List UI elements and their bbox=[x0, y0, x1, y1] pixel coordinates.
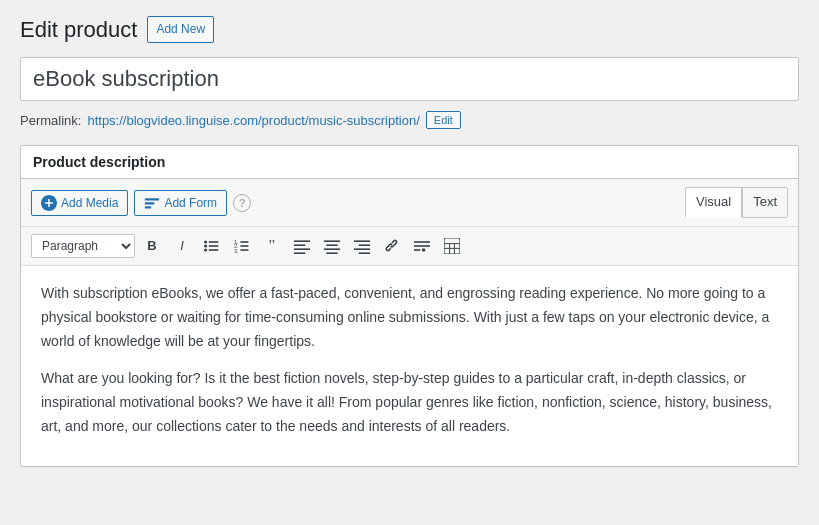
editor-content[interactable]: With subscription eBooks, we offer a fas… bbox=[21, 266, 798, 466]
product-description-metabox: Product description Add Media Add Fo bbox=[20, 145, 799, 467]
svg-rect-22 bbox=[326, 252, 337, 254]
permalink-label: Permalink: bbox=[20, 113, 81, 128]
visual-tab[interactable]: Visual bbox=[685, 187, 742, 218]
svg-rect-16 bbox=[294, 244, 305, 246]
help-icon[interactable]: ? bbox=[233, 194, 251, 212]
align-left-icon bbox=[294, 238, 310, 254]
svg-rect-21 bbox=[324, 248, 340, 250]
table-icon bbox=[444, 238, 460, 254]
format-select[interactable]: Paragraph Heading 1 Heading 2 Heading 3 … bbox=[31, 234, 135, 258]
align-right-button[interactable] bbox=[349, 233, 375, 259]
metabox-title: Product description bbox=[21, 146, 798, 179]
svg-rect-20 bbox=[326, 244, 337, 246]
add-form-label: Add Form bbox=[164, 196, 217, 210]
italic-button[interactable]: I bbox=[169, 233, 195, 259]
svg-rect-12 bbox=[240, 241, 248, 243]
toolbar-left: Add Media Add Form ? bbox=[31, 190, 251, 216]
svg-rect-1 bbox=[145, 202, 155, 204]
form-icon bbox=[144, 195, 160, 211]
svg-rect-13 bbox=[240, 245, 248, 247]
permalink-edit-button[interactable]: Edit bbox=[426, 111, 461, 129]
text-tab[interactable]: Text bbox=[742, 187, 788, 218]
add-form-button[interactable]: Add Form bbox=[134, 190, 227, 216]
svg-rect-30 bbox=[422, 248, 425, 251]
editor-paragraph-2: What are you looking for? Is it the best… bbox=[41, 367, 778, 438]
horizontal-rule-icon bbox=[414, 238, 430, 254]
svg-point-5 bbox=[204, 244, 207, 247]
horizontal-rule-button[interactable] bbox=[409, 233, 435, 259]
blockquote-button[interactable]: " bbox=[259, 233, 285, 259]
svg-point-7 bbox=[204, 248, 207, 251]
svg-rect-31 bbox=[444, 238, 460, 254]
unordered-list-button[interactable] bbox=[199, 233, 225, 259]
link-button[interactable] bbox=[379, 233, 405, 259]
ordered-list-button[interactable]: 1. 2. 3. bbox=[229, 233, 255, 259]
table-button[interactable] bbox=[439, 233, 465, 259]
permalink-row: Permalink: https://blogvideo.linguise.co… bbox=[20, 111, 799, 129]
view-tabs: Visual Text bbox=[685, 187, 788, 218]
svg-rect-28 bbox=[414, 245, 430, 247]
add-media-button[interactable]: Add Media bbox=[31, 190, 128, 216]
add-media-label: Add Media bbox=[61, 196, 118, 210]
svg-rect-4 bbox=[209, 241, 219, 243]
svg-rect-8 bbox=[209, 249, 219, 251]
page-title-area: Edit product Add New bbox=[20, 16, 799, 43]
product-name-input[interactable] bbox=[20, 57, 799, 101]
svg-rect-26 bbox=[359, 252, 370, 254]
permalink-link[interactable]: https://blogvideo.linguise.com/product/m… bbox=[87, 113, 419, 128]
svg-point-3 bbox=[204, 240, 207, 243]
ordered-list-icon: 1. 2. 3. bbox=[234, 238, 250, 254]
unordered-list-icon bbox=[204, 238, 220, 254]
svg-rect-14 bbox=[240, 249, 248, 251]
bold-button[interactable]: B bbox=[139, 233, 165, 259]
svg-text:3.: 3. bbox=[234, 248, 239, 254]
svg-rect-6 bbox=[209, 245, 219, 247]
svg-rect-23 bbox=[354, 240, 370, 242]
editor-paragraph-1: With subscription eBooks, we offer a fas… bbox=[41, 282, 778, 353]
svg-rect-27 bbox=[414, 241, 430, 243]
add-new-button[interactable]: Add New bbox=[147, 16, 214, 43]
svg-rect-19 bbox=[324, 240, 340, 242]
link-icon bbox=[384, 238, 400, 254]
align-center-icon bbox=[324, 238, 340, 254]
media-icon bbox=[41, 195, 57, 211]
svg-rect-17 bbox=[294, 248, 310, 250]
align-left-button[interactable] bbox=[289, 233, 315, 259]
page-title: Edit product bbox=[20, 17, 137, 43]
svg-rect-2 bbox=[145, 206, 151, 208]
editor-format-row: Paragraph Heading 1 Heading 2 Heading 3 … bbox=[21, 227, 798, 266]
svg-rect-24 bbox=[359, 244, 370, 246]
svg-rect-25 bbox=[354, 248, 370, 250]
svg-rect-15 bbox=[294, 240, 310, 242]
svg-rect-29 bbox=[414, 249, 420, 251]
svg-rect-0 bbox=[145, 198, 159, 200]
editor-toolbar-top: Add Media Add Form ? Visual Text bbox=[21, 179, 798, 227]
align-center-button[interactable] bbox=[319, 233, 345, 259]
align-right-icon bbox=[354, 238, 370, 254]
svg-rect-18 bbox=[294, 252, 305, 254]
metabox-body: Add Media Add Form ? Visual Text bbox=[21, 179, 798, 466]
